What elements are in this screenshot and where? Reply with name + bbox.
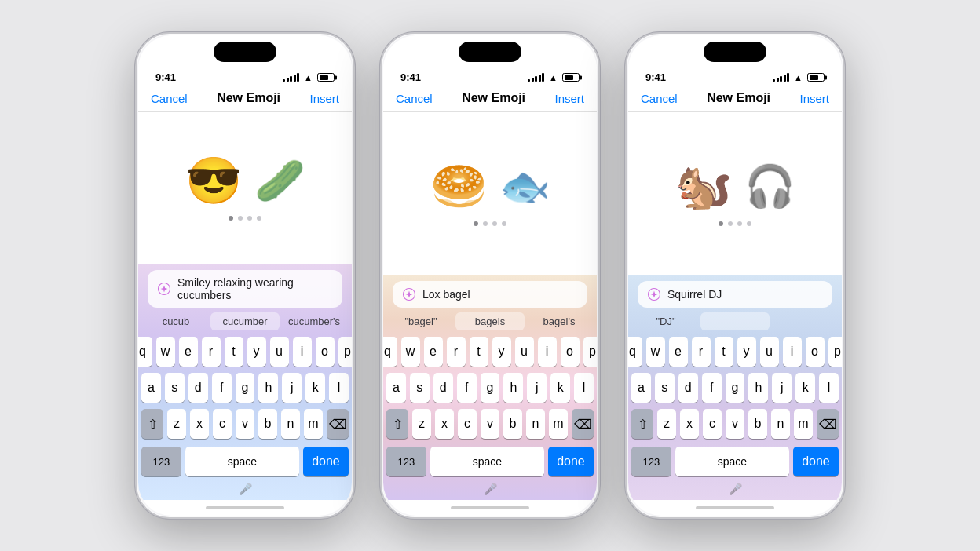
key-r-1[interactable]: r <box>202 337 221 367</box>
insert-button-1[interactable]: Insert <box>309 92 339 105</box>
autocomplete-3-3[interactable] <box>770 312 839 330</box>
space-key-3[interactable]: space <box>675 447 789 476</box>
key-v-2[interactable]: v <box>481 409 499 439</box>
key-i-3[interactable]: i <box>783 337 802 367</box>
key-c-2[interactable]: c <box>458 409 477 439</box>
text-input-field-2[interactable]: Lox bagel <box>393 281 587 308</box>
shift-key-3[interactable]: ⇧ <box>631 409 653 439</box>
emoji-primary-3[interactable]: 🐿️ <box>675 163 732 209</box>
key-h-2[interactable]: h <box>503 373 523 403</box>
key-s-3[interactable]: s <box>655 373 675 403</box>
key-n-2[interactable]: n <box>526 409 545 439</box>
key-l-2[interactable]: l <box>574 373 594 403</box>
key-a-1[interactable]: a <box>141 373 161 403</box>
key-q-3[interactable]: q <box>628 337 642 367</box>
key-o-3[interactable]: o <box>806 337 825 367</box>
key-j-3[interactable]: j <box>772 373 792 403</box>
delete-key-3[interactable]: ⌫ <box>817 409 839 439</box>
done-key-1[interactable]: done <box>303 447 349 476</box>
autocomplete-2-3[interactable]: bagel's <box>525 312 594 330</box>
key-u-1[interactable]: u <box>270 337 289 367</box>
key-y-2[interactable]: y <box>492 337 511 367</box>
key-x-1[interactable]: x <box>190 409 209 439</box>
key-a-3[interactable]: a <box>631 373 651 403</box>
key-t-3[interactable]: t <box>715 337 733 367</box>
cancel-button-2[interactable]: Cancel <box>396 92 433 105</box>
key-c-3[interactable]: c <box>703 409 722 439</box>
key-e-2[interactable]: e <box>424 337 443 367</box>
key-p-1[interactable]: p <box>338 337 353 367</box>
num-key-3[interactable]: 123 <box>631 447 671 476</box>
autocomplete-2-1[interactable]: "bagel" <box>386 312 455 330</box>
done-key-3[interactable]: done <box>793 447 839 476</box>
key-f-2[interactable]: f <box>457 373 477 403</box>
key-s-2[interactable]: s <box>410 373 430 403</box>
key-x-2[interactable]: x <box>435 409 454 439</box>
delete-key-1[interactable]: ⌫ <box>327 409 349 439</box>
insert-button-3[interactable]: Insert <box>799 92 829 105</box>
emoji-secondary-1[interactable]: 🥒 <box>254 160 305 201</box>
autocomplete-1-2[interactable]: cucumber <box>210 312 280 330</box>
key-g-1[interactable]: g <box>236 373 255 403</box>
text-input-field-3[interactable]: Squirrel DJ <box>638 281 832 308</box>
text-input-field-1[interactable]: Smiley relaxing wearing cucumbers <box>148 270 342 308</box>
key-d-1[interactable]: d <box>188 373 208 403</box>
cancel-button-3[interactable]: Cancel <box>641 92 678 105</box>
key-b-3[interactable]: b <box>748 409 767 439</box>
key-p-2[interactable]: p <box>583 337 598 367</box>
num-key-2[interactable]: 123 <box>386 447 426 476</box>
key-v-1[interactable]: v <box>236 409 254 439</box>
key-s-1[interactable]: s <box>165 373 185 403</box>
key-u-2[interactable]: u <box>515 337 534 367</box>
key-r-3[interactable]: r <box>692 337 711 367</box>
key-t-1[interactable]: t <box>225 337 243 367</box>
key-g-3[interactable]: g <box>726 373 745 403</box>
key-l-1[interactable]: l <box>329 373 349 403</box>
emoji-secondary-2[interactable]: 🐟 <box>499 166 550 206</box>
space-key-2[interactable]: space <box>430 447 544 476</box>
key-c-1[interactable]: c <box>213 409 232 439</box>
insert-button-2[interactable]: Insert <box>554 92 584 105</box>
key-o-1[interactable]: o <box>316 337 335 367</box>
key-h-1[interactable]: h <box>258 373 278 403</box>
autocomplete-2-2[interactable]: bagels <box>455 312 525 330</box>
key-z-2[interactable]: z <box>412 409 431 439</box>
autocomplete-3-1[interactable]: "DJ" <box>631 312 700 330</box>
autocomplete-1-1[interactable]: cucub <box>141 312 210 330</box>
key-w-2[interactable]: w <box>401 337 420 367</box>
key-j-1[interactable]: j <box>282 373 302 403</box>
key-z-3[interactable]: z <box>657 409 676 439</box>
mic-icon-2[interactable]: 🎤 <box>482 481 498 497</box>
autocomplete-1-3[interactable]: cucumber's <box>280 312 349 330</box>
key-q-1[interactable]: q <box>138 337 152 367</box>
key-t-2[interactable]: t <box>470 337 488 367</box>
key-m-1[interactable]: m <box>304 409 323 439</box>
autocomplete-3-2[interactable] <box>700 312 770 330</box>
key-q-2[interactable]: q <box>383 337 397 367</box>
key-m-2[interactable]: m <box>549 409 568 439</box>
key-n-3[interactable]: n <box>771 409 790 439</box>
mic-icon-1[interactable]: 🎤 <box>237 481 253 497</box>
key-u-3[interactable]: u <box>760 337 779 367</box>
key-l-3[interactable]: l <box>819 373 839 403</box>
done-key-2[interactable]: done <box>548 447 594 476</box>
delete-key-2[interactable]: ⌫ <box>572 409 594 439</box>
key-k-3[interactable]: k <box>795 373 815 403</box>
key-x-3[interactable]: x <box>680 409 699 439</box>
key-y-1[interactable]: y <box>247 337 266 367</box>
key-b-2[interactable]: b <box>503 409 522 439</box>
key-b-1[interactable]: b <box>258 409 277 439</box>
key-w-1[interactable]: w <box>156 337 175 367</box>
emoji-primary-1[interactable]: 😎 <box>185 158 242 203</box>
key-k-2[interactable]: k <box>550 373 570 403</box>
num-key-1[interactable]: 123 <box>141 447 181 476</box>
key-d-2[interactable]: d <box>433 373 453 403</box>
key-v-3[interactable]: v <box>726 409 744 439</box>
cancel-button-1[interactable]: Cancel <box>151 92 188 105</box>
key-h-3[interactable]: h <box>748 373 768 403</box>
key-o-2[interactable]: o <box>561 337 580 367</box>
key-y-3[interactable]: y <box>737 337 756 367</box>
key-a-2[interactable]: a <box>386 373 406 403</box>
key-r-2[interactable]: r <box>447 337 466 367</box>
key-i-2[interactable]: i <box>538 337 557 367</box>
